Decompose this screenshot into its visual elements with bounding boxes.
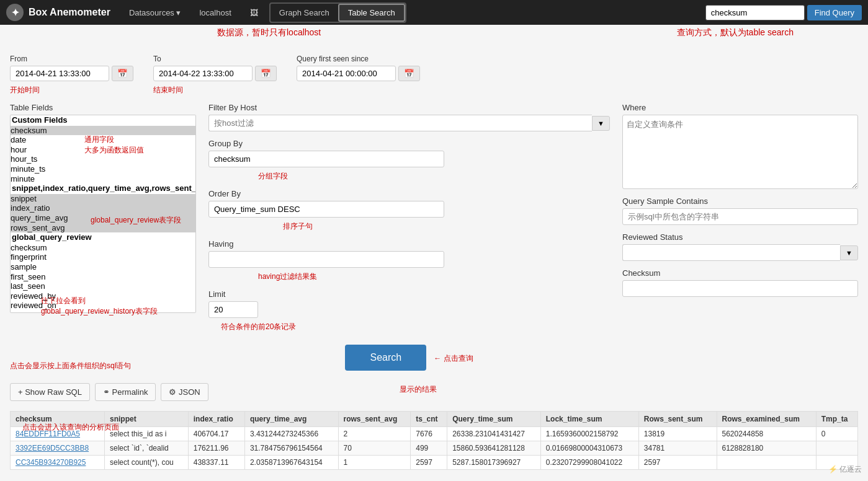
row3-index-ratio: 438337.11	[188, 456, 244, 470]
row3-query-time-sum: 5287.158017396927	[447, 456, 541, 470]
annotation-search-btn: ← 点击查询	[434, 353, 473, 364]
row3-rows-sent-avg: 1	[338, 456, 411, 470]
row1-tmp-ta: 0	[816, 427, 857, 441]
from-field: From 📅 开始时间	[10, 55, 133, 95]
table-row: 3392EE69D5CC3BB8 select `id`, `dealid 17…	[11, 441, 858, 456]
table-fields-panel: Table Fields checksum date hour hour_ts …	[10, 103, 196, 313]
group-by-label: Group By	[208, 139, 610, 148]
right-panel: Where Query Sample Contains Reviewed Sta…	[622, 103, 858, 297]
tab-graph-search[interactable]: Graph Search	[271, 4, 338, 22]
main-content: From 📅 开始时间 To 📅 结束时间 Query first seen s…	[0, 47, 868, 477]
field-fingerprint[interactable]: fingerprint	[11, 252, 195, 262]
query-sample-input[interactable]	[622, 208, 858, 225]
reviewed-status-input[interactable]	[622, 244, 840, 261]
table-row: CC345B934270B925 select count(*), cou 43…	[11, 456, 858, 470]
row3-rows-sent-sum: 2597	[638, 456, 717, 470]
from-input[interactable]	[10, 66, 109, 81]
brand-icon: ✦	[6, 4, 24, 21]
to-input-wrap: 📅	[153, 66, 277, 81]
form-row: Table Fields checksum date hour hour_ts …	[10, 103, 858, 371]
order-by-group: Order By 排序子句	[208, 189, 610, 232]
from-label: From	[10, 55, 133, 63]
field-global-checksum[interactable]: checksum	[11, 243, 195, 253]
filter-host-dropdown-btn[interactable]: ▼	[592, 116, 610, 131]
order-by-label: Order By	[208, 189, 610, 198]
middle-panel: Filter By Host ▼ Group By 分组字段 Order By …	[208, 103, 610, 371]
field-minute[interactable]: minute	[11, 174, 195, 184]
col-rows-sent-avg: rows_sent_avg	[338, 412, 411, 427]
limit-group: Limit 符合条件的前20条记录	[208, 289, 610, 332]
where-textarea[interactable]	[622, 115, 858, 189]
having-group: Having having过滤结果集	[208, 239, 610, 282]
permalink-button[interactable]: ⚭ Permalink	[95, 383, 156, 401]
checksum-search-input[interactable]	[705, 5, 805, 20]
row3-query-time-avg: 2.0358713967643154	[244, 456, 338, 470]
row1-query-time-avg: 3.431244273245366	[244, 427, 338, 441]
checksum-label: Checksum	[622, 268, 858, 278]
query-first-seen-input[interactable]	[297, 66, 396, 81]
watermark: ⚡ 亿逐云	[828, 464, 862, 475]
table-fields-label: Table Fields	[10, 103, 196, 112]
json-button[interactable]: ⚙ JSON	[161, 383, 208, 401]
filter-host-input[interactable]	[208, 115, 592, 131]
field-checksum[interactable]: checksum	[11, 126, 195, 136]
row3-ts-cnt: 2597	[411, 456, 447, 470]
row2-tmp-ta	[816, 441, 857, 456]
from-calendar-button[interactable]: 📅	[112, 66, 133, 81]
row2-checksum-link[interactable]: 3392EE69D5CC3BB8	[11, 441, 105, 456]
show-raw-sql-button[interactable]: + Show Raw SQL	[10, 383, 90, 401]
to-calendar-button[interactable]: 📅	[255, 66, 277, 81]
row1-query-time-sum: 26338.231041431427	[447, 427, 541, 441]
field-first-seen[interactable]: first_seen	[11, 272, 195, 282]
col-index-ratio: index_ratio	[188, 412, 244, 427]
from-input-wrap: 📅	[10, 66, 133, 81]
filter-host-label: Filter By Host	[208, 103, 610, 112]
annotation-querymode: 查询方式，默认为table search	[677, 27, 794, 38]
field-hour-ts[interactable]: hour_ts	[11, 154, 195, 164]
row2-snippet: select `id`, `dealid	[105, 441, 189, 456]
datasources-button[interactable]: Datasources ▾	[122, 4, 189, 21]
field-last-seen[interactable]: last_seen	[11, 281, 195, 291]
top-navigation: ✦ Box Anemometer Datasources ▾ localhost…	[0, 0, 868, 25]
row1-rows-sent-avg: 2	[338, 427, 411, 441]
field-minute-ts[interactable]: minute_ts	[11, 164, 195, 174]
row3-checksum-link[interactable]: CC345B934270B925	[11, 456, 105, 470]
row2-rows-examined-sum: 6128828180	[717, 441, 816, 456]
row2-query-time-sum: 15860.593641281128	[447, 441, 541, 456]
filter-host-input-wrap: ▼	[208, 115, 610, 131]
field-index-ratio[interactable]: index_ratio	[11, 203, 195, 213]
annotation-limit: 符合条件的前20条记录	[221, 322, 610, 332]
query-first-seen-input-wrap: 📅	[297, 66, 420, 81]
query-sample-label: Query Sample Contains	[622, 196, 858, 206]
brand-logo: ✦ Box Anemometer	[6, 4, 110, 21]
find-query-button[interactable]: Find Query	[807, 5, 862, 20]
table-header-row: checksum snippet index_ratio query_time_…	[11, 412, 858, 427]
results-table: checksum snippet index_ratio query_time_…	[10, 411, 858, 470]
search-button[interactable]: Search	[345, 345, 426, 371]
localhost-button[interactable]: localhost	[192, 4, 238, 21]
to-input[interactable]	[153, 66, 253, 81]
col-rows-sent-sum: Rows_sent_sum	[638, 412, 717, 427]
row1-ts-cnt: 7676	[411, 427, 447, 441]
tab-table-search[interactable]: Table Search	[338, 4, 405, 22]
row2-rows-sent-sum: 34781	[638, 441, 717, 456]
limit-input[interactable]	[208, 301, 258, 318]
search-btn-row: Search ← 点击查询	[208, 345, 610, 371]
field-sample[interactable]: sample	[11, 262, 195, 272]
field-snippet[interactable]: snippet	[11, 194, 195, 204]
col-rows-examined-sum: Rows_examined_sum	[717, 412, 816, 427]
col-ts-cnt: ts_cnt	[411, 412, 447, 427]
group-by-input[interactable]	[208, 151, 444, 167]
brand-symbol: ✦	[11, 7, 19, 19]
query-first-seen-label: Query first seen since	[297, 55, 420, 63]
reviewed-status-dropdown-btn[interactable]: ▼	[840, 245, 858, 260]
row1-rows-examined-sum: 5620244858	[717, 427, 816, 441]
query-first-seen-calendar-button[interactable]: 📅	[398, 66, 420, 81]
col-query-time-avg: query_time_avg	[244, 412, 338, 427]
row2-ts-cnt: 499	[411, 441, 447, 456]
image-button[interactable]: 🖼	[243, 4, 266, 21]
order-by-input[interactable]	[208, 201, 444, 218]
checksum-input[interactable]	[622, 280, 858, 297]
having-input[interactable]	[208, 251, 444, 268]
table-row: 84EDDFF11FD0A5 select this_id as i 40670…	[11, 427, 858, 441]
